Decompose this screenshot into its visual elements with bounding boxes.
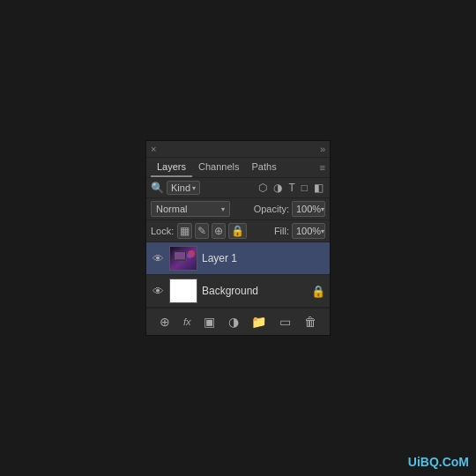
kind-dropdown[interactable]: Kind ▾: [167, 181, 200, 195]
new-layer-button[interactable]: ▭: [278, 313, 293, 331]
blend-mode-dropdown[interactable]: Normal ▾: [151, 201, 230, 217]
filter-row: 🔍 Kind ▾ ⬡ ◑ T □ ◧: [146, 178, 330, 198]
layer-item-layer1[interactable]: 👁: [146, 242, 330, 275]
delete-layer-button[interactable]: 🗑: [302, 313, 318, 331]
watermark: UiBQ.CoM: [408, 455, 469, 469]
tabs-row: Layers Channels Paths ≡: [146, 158, 330, 178]
filter-text-icon[interactable]: T: [286, 181, 296, 195]
svg-rect-2: [175, 252, 185, 260]
fx-button[interactable]: fx: [182, 315, 193, 329]
opacity-value-text: 100%: [296, 204, 321, 214]
fill-input[interactable]: 100% ▾: [292, 223, 325, 239]
new-group-button[interactable]: 📁: [249, 313, 268, 331]
filter-pixel-icon[interactable]: ⬡: [257, 181, 269, 195]
lock-all-button[interactable]: 🔒: [228, 223, 247, 239]
filter-icons: ⬡ ◑ T □ ◧: [257, 181, 325, 195]
panel-footer: ⊕ fx ▣ ◑ 📁 ▭ 🗑: [146, 308, 330, 335]
collapse-button[interactable]: »: [320, 144, 325, 154]
lock-label: Lock:: [151, 226, 174, 236]
lock-fill-row: Lock: ▦ ✎ ⊕ 🔒 Fill: 100% ▾: [146, 220, 330, 242]
close-button[interactable]: ×: [151, 144, 156, 154]
lock-artboards-button[interactable]: ⊕: [212, 223, 226, 239]
opacity-input[interactable]: 100% ▾: [292, 201, 325, 217]
fill-value-text: 100%: [296, 226, 321, 236]
kind-label: Kind: [171, 182, 190, 193]
search-icon: 🔍: [151, 182, 164, 194]
layer-name-layer1: Layer 1: [202, 252, 325, 264]
adjustment-button[interactable]: ◑: [227, 313, 241, 331]
lock-icons: ▦ ✎ ⊕ 🔒: [177, 223, 247, 239]
layer-lock-background: 🔒: [311, 285, 325, 298]
layer-name-background: Background: [202, 285, 307, 297]
layers-list: 👁: [146, 242, 330, 308]
layer-visibility-background[interactable]: 👁: [151, 285, 165, 298]
filter-adjust-icon[interactable]: ◑: [271, 181, 284, 195]
layer-visibility-layer1[interactable]: 👁: [151, 252, 165, 265]
layers-panel: × » Layers Channels Paths ≡ 🔍 Kind ▾ ⬡ ◑…: [145, 140, 331, 336]
lock-pixels-button[interactable]: ▦: [177, 223, 192, 239]
blend-arrow: ▾: [221, 205, 225, 213]
opacity-label: Opacity:: [254, 204, 289, 214]
blend-opacity-row: Normal ▾ Opacity: 100% ▾: [146, 198, 330, 220]
fill-label: Fill:: [274, 226, 289, 236]
panel-menu-icon[interactable]: ≡: [320, 162, 325, 173]
tab-channels[interactable]: Channels: [192, 158, 245, 177]
tab-paths[interactable]: Paths: [246, 158, 283, 177]
panel-titlebar: × »: [146, 141, 330, 158]
filter-shape-icon[interactable]: □: [300, 181, 309, 195]
layer-item-background[interactable]: 👁 Background 🔒: [146, 275, 330, 308]
fill-group: Fill: 100% ▾: [274, 223, 325, 239]
add-mask-button[interactable]: ▣: [202, 313, 217, 331]
svg-rect-3: [175, 259, 186, 261]
layer-thumbnail-background: [169, 279, 197, 303]
svg-point-5: [187, 253, 192, 258]
fill-arrow: ▾: [321, 227, 324, 235]
lock-position-button[interactable]: ✎: [195, 223, 209, 239]
filter-smartobj-icon[interactable]: ◧: [312, 181, 325, 195]
tab-layers[interactable]: Layers: [151, 158, 192, 177]
link-layers-button[interactable]: ⊕: [158, 313, 172, 331]
blend-mode-label: Normal: [156, 204, 187, 214]
opacity-arrow: ▾: [321, 205, 324, 213]
opacity-group: Opacity: 100% ▾: [254, 201, 325, 217]
kind-arrow: ▾: [192, 184, 196, 192]
layer-thumbnail-layer1: [169, 246, 197, 271]
